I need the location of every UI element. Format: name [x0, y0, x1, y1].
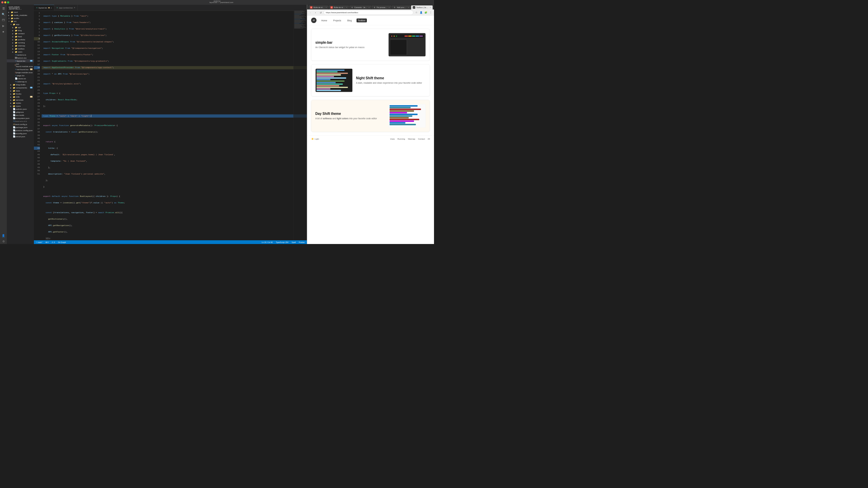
window-controls[interactable] [1, 1, 9, 3]
browser-tab-toolbox-close[interactable]: × [430, 6, 431, 9]
nav-link-home[interactable]: Home [320, 18, 329, 22]
tree-item-page-tsx[interactable]: ▶⚛ page.tsx [7, 74, 34, 77]
tree-item-public[interactable]: ▼📁public [7, 17, 34, 20]
tree-item-actions-ts[interactable]: ▶TS actions.ts [7, 53, 34, 56]
tree-item-api[interactable]: ▶📁api [7, 26, 34, 29]
browser-tab-fix-close[interactable]: × [389, 6, 390, 9]
close-button[interactable] [1, 1, 3, 3]
nav-link-blog[interactable]: Blog [346, 18, 353, 22]
tree-item-contact[interactable]: ▶📁contact [7, 32, 34, 35]
tree-item-layout-tsx[interactable]: ▶⚛ layout.tsx M [7, 59, 34, 62]
error-count[interactable]: ⊗ 0 [45, 241, 49, 243]
tree-item-robots[interactable]: ▶📄 robots.txt [7, 77, 34, 80]
browser-tab-inbox2-close[interactable]: × [346, 6, 347, 9]
theme-label: Light [315, 138, 319, 140]
tree-item-sitemap-ts[interactable]: ▶TS sitemap.ts [7, 80, 34, 83]
browser-tab-add[interactable]: G Add process title × [392, 5, 411, 9]
tree-item-types[interactable]: ▶📁types [7, 104, 34, 107]
footer-link-contact[interactable]: Contact [418, 138, 425, 140]
tree-item-running[interactable]: ▶📁running [7, 41, 34, 44]
tree-item-not-found-module[interactable]: ▶S not-found.module.scss [7, 62, 34, 68]
tree-item-portfolio[interactable]: ▶📁portfolio [7, 38, 34, 41]
browser-tab-commits-close[interactable]: × [369, 6, 370, 9]
cursor-position[interactable]: Ln 18, Col 40 [261, 241, 274, 243]
tab-layout-tsx[interactable]: ⚛ layout.tsx × [34, 5, 54, 11]
tree-item-toolbox[interactable]: ▶📁toolbox [7, 47, 34, 50]
git-branch[interactable]: ⑂ main* [35, 241, 43, 243]
browser-tab-inbox2[interactable]: M Boîte de réception × [329, 5, 349, 9]
reload-button[interactable]: ↺ [319, 11, 323, 15]
nav-link-toolbox[interactable]: Toolbox [356, 18, 367, 22]
tree-item-gitignore[interactable]: ▶📄 .gitignore [7, 110, 34, 114]
browser-tab-fix[interactable]: G Fix process name × [372, 5, 391, 9]
back-button[interactable]: ‹ [309, 11, 313, 15]
tab-app-context[interactable]: ⚛ app-context.tsx × [54, 5, 77, 11]
explorer-icon[interactable]: ☰ [1, 6, 6, 11]
tree-item-tsconfig[interactable]: ▶📄 tsconfig.json [7, 132, 34, 135]
tree-item-data[interactable]: ▶📁data [7, 89, 34, 92]
bookmark-button[interactable]: ☆ [414, 11, 418, 15]
tree-item-i18n[interactable]: ▶📁i18n M [7, 95, 34, 98]
tree-item-services[interactable]: ▶📁services [7, 98, 34, 101]
site-logo: JT [311, 18, 317, 23]
tree-item-src[interactable]: ▼📁src [7, 20, 34, 23]
more-button[interactable]: ⋮ [429, 11, 433, 15]
tree-item-next-env[interactable]: ▶TS next-env.d.ts [7, 120, 34, 123]
git-graph[interactable]: Git Graph [57, 241, 67, 243]
footer-link-running[interactable]: Running [397, 138, 405, 140]
extensions-button[interactable]: 🧩 [424, 11, 428, 15]
activity-bar: ☰ 🔍 🗔 ▶ ■ 👤 ⚙ [0, 5, 7, 244]
tree-item-page-module[interactable]: ▶S page.module.scss [7, 71, 34, 74]
forward-button[interactable]: › [314, 11, 318, 15]
warning-count[interactable]: ⚠ 0 [51, 241, 56, 243]
code-text[interactable]: import type { Metadata } from "next"; im… [42, 11, 307, 241]
browser-tab-toolbox[interactable]: JT Toolbox | Jean Tinl... × [411, 5, 433, 9]
profile-button[interactable]: 👤 [419, 11, 423, 15]
account-icon[interactable]: 👤 [1, 233, 6, 238]
tree-item-favicon[interactable]: ▶🖼 favicon.ico [7, 56, 34, 59]
tree-item-node_modules[interactable]: ▶📁node_modules [7, 14, 34, 17]
tree-item-uses[interactable]: ▶📁uses [7, 50, 34, 53]
minimize-button[interactable] [4, 1, 6, 3]
footer-link-sitemap[interactable]: Sitemap [408, 138, 415, 140]
minimap[interactable] [293, 11, 307, 241]
debug-icon[interactable]: ▶ [1, 23, 6, 28]
line-numbers: 12345 678 9 1011121314 151617 18 1920212… [34, 11, 42, 241]
tab-layout-tsx-close[interactable]: × [51, 6, 52, 9]
spell-check[interactable]: Spell [291, 241, 296, 243]
tree-item-package-json[interactable]: ▶📄 package.json [7, 126, 34, 129]
browser-tab-add-close[interactable]: × [408, 6, 409, 9]
formatter[interactable]: Prettier [298, 241, 305, 243]
tree-item-hooks[interactable]: ▶📁hooks [7, 92, 34, 95]
tree-item-not-found-tsx[interactable]: ▶⚛ not-found.tsx M [7, 68, 34, 71]
browser-tab-commits[interactable]: G Commits · Jean-Tin... × [349, 5, 371, 9]
tree-item-app[interactable]: ▼📁app [7, 23, 34, 26]
tree-item-next-config[interactable]: ▶JS next.config.js [7, 123, 34, 126]
address-bar[interactable]: https://www.jeantinland.com/toolbox [324, 10, 414, 15]
tree-item-bun-lockb[interactable]: ▶📄 bun.lockb [7, 114, 34, 117]
theme-toggle[interactable]: ☀️ Light [311, 138, 319, 140]
tree-item-postcss[interactable]: ▶📄 postcss.config.json [7, 129, 34, 132]
git-icon[interactable]: 🗔 [1, 17, 6, 23]
tree-item-blog[interactable]: ▶📁blog [7, 29, 34, 32]
tree-item-next[interactable]: ▶📁next [7, 11, 34, 14]
tree-item-vercel-json[interactable]: ▶📄 vercel.json [7, 135, 34, 138]
tree-item-feed[interactable]: ▶📁feed [7, 35, 34, 38]
tree-item-blog-drafts[interactable]: ▶📁blog-drafts [7, 83, 34, 86]
tree-item-styles[interactable]: ▶📁styles [7, 101, 34, 104]
footer-link-uses[interactable]: Uses [390, 138, 395, 140]
tree-item-ecosystem[interactable]: ▶📄 ecosystem.json [7, 117, 34, 120]
maximize-button[interactable] [7, 1, 9, 3]
tree-item-components[interactable]: ▶📁components M [7, 86, 34, 89]
tab-app-context-close[interactable]: × [74, 6, 75, 9]
search-icon[interactable]: 🔍 [1, 12, 6, 17]
browser-tab-inbox1[interactable]: M Boîte de réception × [309, 5, 329, 9]
language-mode[interactable]: TypeScript JSX [275, 241, 289, 243]
nav-link-projects[interactable]: Projects [332, 18, 342, 22]
extensions-icon[interactable]: ■ [1, 29, 6, 34]
tree-item-eslint[interactable]: ▶📄 .eslintrc.json [7, 107, 34, 110]
tree-item-sitemap[interactable]: ▶📁sitemap [7, 44, 34, 47]
code-editor[interactable]: 12345 678 9 1011121314 151617 18 1920212… [34, 11, 307, 241]
browser-tab-inbox1-close[interactable]: × [326, 6, 327, 9]
settings-icon[interactable]: ⚙ [1, 239, 6, 244]
